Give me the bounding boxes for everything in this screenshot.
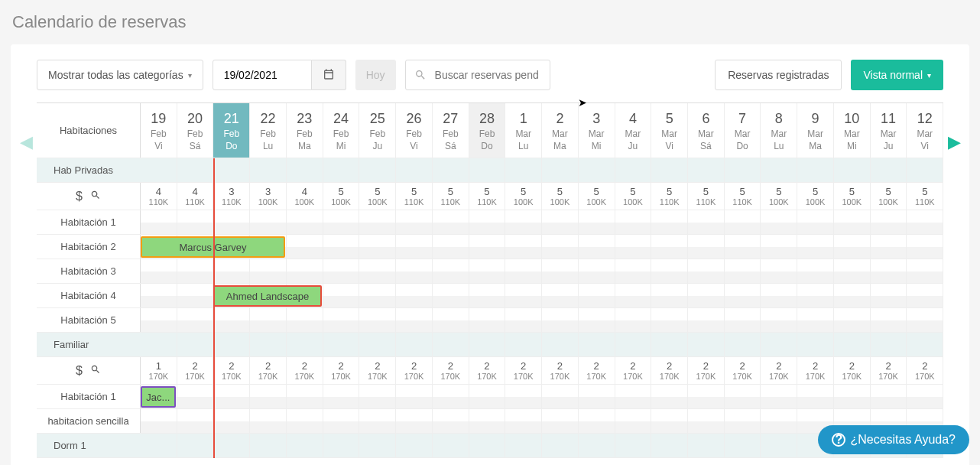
price-cell[interactable]: 2170K <box>542 357 579 384</box>
price-cell[interactable]: 2170K <box>761 357 797 384</box>
calendar-cell[interactable] <box>359 210 396 234</box>
calendar-cell[interactable] <box>213 409 250 433</box>
calendar-cell[interactable] <box>469 284 506 307</box>
price-cell[interactable]: 5100K <box>834 183 871 210</box>
calendar-cell[interactable] <box>797 259 834 283</box>
day-header[interactable]: 27 Feb Sá <box>433 103 469 158</box>
calendar-cell[interactable] <box>615 385 652 408</box>
category-select[interactable]: Mostrar todas las categorías <box>37 60 203 90</box>
calendar-cell[interactable] <box>469 308 506 332</box>
calendar-cell[interactable] <box>469 385 506 408</box>
calendar-cell[interactable] <box>177 385 214 408</box>
calendar-cell[interactable] <box>323 259 360 283</box>
calendar-cell[interactable] <box>542 385 579 408</box>
day-header[interactable]: 22 Feb Lu <box>250 103 287 158</box>
calendar-cell[interactable] <box>323 210 360 234</box>
calendar-cell[interactable] <box>287 308 323 332</box>
calendar-cell[interactable] <box>141 210 177 234</box>
day-header[interactable]: 4 Mar Ju <box>615 103 652 158</box>
calendar-cell[interactable] <box>505 210 542 234</box>
calendar-cell[interactable] <box>797 235 834 259</box>
calendar-cell[interactable] <box>433 409 469 433</box>
calendar-cell[interactable] <box>579 235 615 259</box>
calendar-cell[interactable] <box>141 308 177 332</box>
calendar-cell[interactable] <box>213 259 250 283</box>
calendar-cell[interactable] <box>323 409 360 433</box>
calendar-cell[interactable] <box>359 235 396 259</box>
search-small-icon[interactable] <box>90 190 101 203</box>
calendar-cell[interactable] <box>907 259 943 283</box>
price-cell[interactable]: 2170K <box>287 357 323 384</box>
price-cell[interactable]: 2170K <box>250 357 287 384</box>
calendar-cell[interactable] <box>542 259 579 283</box>
calendar-cell[interactable] <box>323 235 360 259</box>
calendar-cell[interactable] <box>834 308 871 332</box>
price-cell[interactable]: 2170K <box>469 357 506 384</box>
calendar-cell[interactable] <box>396 210 433 234</box>
price-cell[interactable]: 2170K <box>651 357 688 384</box>
day-header[interactable]: 8 Mar Lu <box>761 103 797 158</box>
calendar-cell[interactable] <box>834 385 871 408</box>
prev-arrow[interactable]: ◀ <box>18 127 34 158</box>
price-cell[interactable]: 5110K <box>396 183 433 210</box>
calendar-cell[interactable] <box>396 308 433 332</box>
calendar-cell[interactable] <box>725 409 761 433</box>
calendar-cell[interactable] <box>834 259 871 283</box>
calendar-cell[interactable] <box>323 385 360 408</box>
calendar-cell[interactable] <box>433 210 469 234</box>
price-cell[interactable]: 5110K <box>725 183 761 210</box>
calendar-cell[interactable] <box>651 308 688 332</box>
calendar-cell[interactable] <box>615 259 652 283</box>
price-cell[interactable]: 5100K <box>761 183 797 210</box>
price-cell[interactable]: 2170K <box>213 357 250 384</box>
price-cell[interactable]: 5100K <box>615 183 652 210</box>
price-cell[interactable]: 5100K <box>579 183 615 210</box>
calendar-cell[interactable] <box>250 210 287 234</box>
price-cell[interactable]: 2170K <box>797 357 834 384</box>
calendar-cell[interactable] <box>287 409 323 433</box>
calendar-cell[interactable] <box>323 308 360 332</box>
day-header[interactable]: 24 Feb Mi <box>323 103 360 158</box>
calendar-cell[interactable] <box>396 235 433 259</box>
calendar-cell[interactable] <box>725 259 761 283</box>
calendar-cell[interactable] <box>651 235 688 259</box>
day-header[interactable]: 1 Mar Lu <box>505 103 542 158</box>
calendar-cell[interactable] <box>505 284 542 307</box>
room-label[interactable]: Habitación 5 <box>37 308 141 332</box>
price-cell[interactable]: 2170K <box>177 357 214 384</box>
day-header[interactable]: 11 Mar Ju <box>871 103 907 158</box>
room-group-header[interactable]: Dorm 1 <box>37 434 943 458</box>
calendar-cell[interactable] <box>433 259 469 283</box>
day-header[interactable]: 10 Mar Mi <box>834 103 871 158</box>
calendar-button[interactable] <box>312 60 346 90</box>
calendar-cell[interactable] <box>579 259 615 283</box>
date-input[interactable] <box>213 60 312 90</box>
calendar-cell[interactable] <box>359 385 396 408</box>
price-cell[interactable]: 5100K <box>359 183 396 210</box>
calendar-cell[interactable] <box>505 308 542 332</box>
day-header[interactable]: 3 Mar Mi <box>579 103 615 158</box>
today-button[interactable]: Hoy <box>355 60 396 90</box>
calendar-cell[interactable] <box>725 284 761 307</box>
calendar-cell[interactable] <box>177 259 214 283</box>
room-label[interactable]: Habitación 3 <box>37 259 141 283</box>
price-cell[interactable]: 2170K <box>359 357 396 384</box>
calendar-cell[interactable] <box>761 409 797 433</box>
calendar-cell[interactable] <box>542 210 579 234</box>
calendar-cell[interactable] <box>907 210 943 234</box>
room-label[interactable]: Habitación 1 <box>37 385 141 408</box>
price-cell[interactable]: 5110K <box>688 183 725 210</box>
calendar-cell[interactable] <box>688 284 725 307</box>
calendar-cell[interactable] <box>542 409 579 433</box>
day-header[interactable]: 6 Mar Sá <box>688 103 725 158</box>
day-header[interactable]: 2 Mar Ma <box>542 103 579 158</box>
calendar-cell[interactable] <box>250 259 287 283</box>
price-cell[interactable]: 2170K <box>579 357 615 384</box>
calendar-cell[interactable] <box>177 308 214 332</box>
calendar-cell[interactable] <box>287 385 323 408</box>
calendar-cell[interactable] <box>469 235 506 259</box>
price-cell[interactable]: 3100K <box>250 183 287 210</box>
day-header[interactable]: 28 Feb Do <box>469 103 506 158</box>
day-header[interactable]: 23 Feb Ma <box>287 103 323 158</box>
calendar-cell[interactable] <box>761 308 797 332</box>
